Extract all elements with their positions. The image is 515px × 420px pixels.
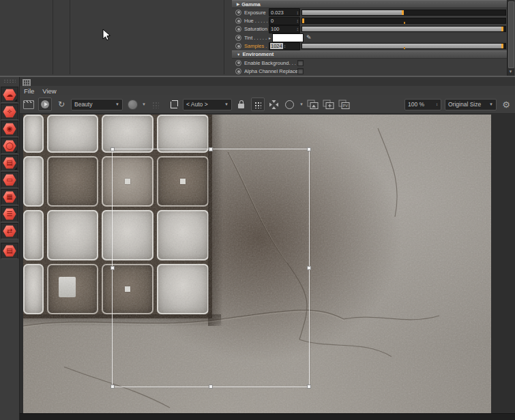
submenu-corner-icon: [14, 150, 17, 153]
render-pass-select[interactable]: Beauty ▼: [71, 99, 123, 110]
circle-tool-button[interactable]: [284, 98, 296, 110]
tint-color-swatch[interactable]: [272, 33, 304, 42]
submenu-corner-icon: [14, 167, 17, 170]
saturation-value-field[interactable]: 100↕: [269, 25, 300, 33]
stacked-image-icon: [307, 100, 319, 110]
keyframe-circle-icon[interactable]: [235, 68, 241, 74]
param-row-enable-background: Enable Background. . . .: [232, 59, 507, 67]
slider-cap[interactable]: [501, 27, 503, 31]
empty-pane-main: [70, 0, 224, 74]
value-stepper-icon[interactable]: ↕: [297, 18, 300, 23]
marquee-handle[interactable]: [111, 147, 115, 151]
keyframe-circle-icon[interactable]: [235, 60, 241, 66]
hue-value: 0: [269, 18, 297, 24]
collapse-arrow-icon[interactable]: ▶: [237, 2, 239, 6]
palette-list-button[interactable]: ☰: [1, 206, 18, 222]
window-titlebar[interactable]: [20, 77, 515, 87]
palette-hdri-button[interactable]: ▦: [1, 189, 18, 205]
slider-cap[interactable]: [302, 18, 304, 23]
value-stepper-icon[interactable]: ↕: [297, 27, 300, 31]
samples-value-field[interactable]: 1024↕: [269, 42, 300, 50]
region-preset-select[interactable]: < Auto > ▼: [183, 99, 232, 110]
section-header-environment[interactable]: ▼ Environment: [232, 50, 507, 59]
scrollbar-down-arrow-icon[interactable]: ▼: [507, 69, 514, 75]
expand-arrow-icon[interactable]: ▸: [269, 35, 271, 40]
zoom-stepper-icon[interactable]: ↕: [436, 102, 438, 106]
color-profile-button[interactable]: [126, 98, 138, 110]
marquee-handle[interactable]: [209, 147, 213, 151]
parameter-list: ▶ Gamma Exposure0.023↕Hue . . . . .0↕Sat…: [232, 0, 507, 76]
keyframe-circle-icon[interactable]: [235, 26, 241, 32]
value-stepper-icon[interactable]: ↕: [297, 10, 300, 15]
rendered-image: [23, 115, 491, 413]
grid-view-button[interactable]: [251, 97, 265, 111]
display-icon: ▭: [3, 174, 16, 186]
marquee-handle[interactable]: [209, 385, 213, 389]
exposure-slider[interactable]: [301, 10, 506, 16]
chevron-down-icon[interactable]: ▼: [299, 102, 304, 106]
alpha-channel-replace-checkbox[interactable]: [297, 68, 304, 74]
menu-view[interactable]: View: [42, 87, 56, 95]
lock-button[interactable]: [235, 98, 248, 110]
saturation-slider[interactable]: [301, 26, 506, 32]
marquee-handle[interactable]: [111, 385, 115, 389]
refresh-button[interactable]: ↻: [55, 98, 68, 110]
samples-label: Samples .: [244, 43, 269, 49]
selection-marquee[interactable]: [112, 149, 310, 387]
attribute-panel: ▶ Gamma Exposure0.023↕Hue . . . . .0↕Sat…: [0, 0, 515, 77]
menu-file[interactable]: File: [24, 87, 34, 95]
exposure-value-field[interactable]: 0.023↕: [269, 8, 300, 16]
param-row-tint: Tint . . . . .▸✎: [232, 33, 507, 42]
color-profile-icon: [128, 100, 138, 110]
crop-icon: [170, 101, 177, 108]
enable-background-checkbox[interactable]: [297, 60, 304, 66]
screen: { "attribute_panel": { "sections": [ {"t…: [0, 0, 515, 420]
palette-drag-grip[interactable]: [3, 79, 16, 83]
pixel-grid-button[interactable]: [149, 98, 162, 110]
image-layers-button[interactable]: [307, 98, 319, 110]
chevron-down-icon[interactable]: ▼: [142, 102, 146, 106]
palette-lens-button[interactable]: ◯: [1, 138, 18, 154]
section-header-gamma[interactable]: ▶ Gamma: [232, 0, 507, 8]
pv-layers-button[interactable]: PV: [338, 98, 351, 110]
circle-icon: [285, 100, 294, 109]
param-row-exposure: Exposure0.023↕: [232, 8, 507, 16]
fit-view-button[interactable]: [268, 98, 280, 110]
film-slate-button[interactable]: [23, 98, 35, 110]
marquee-handle[interactable]: [307, 266, 311, 270]
add-layer-button[interactable]: [323, 98, 335, 110]
palette-cloud-button[interactable]: ☁: [1, 87, 18, 103]
menu-bar: File View: [20, 86, 515, 95]
collapse-arrow-icon[interactable]: ▼: [237, 52, 240, 57]
keyframe-circle-icon[interactable]: [235, 18, 241, 24]
play-button[interactable]: [38, 97, 52, 111]
keyframe-circle-icon[interactable]: [235, 35, 241, 41]
settings-button[interactable]: ⚙: [500, 98, 512, 110]
zoom-percent-input[interactable]: 100 % ↕: [404, 99, 441, 110]
eyedropper-icon[interactable]: ✎: [306, 34, 312, 41]
keyframe-circle-icon[interactable]: [235, 43, 241, 49]
display-size-select[interactable]: Original Size ▼: [445, 99, 497, 110]
palette-layers-button[interactable]: ▤: [1, 155, 18, 171]
slider-cap[interactable]: [501, 44, 503, 48]
hue-slider[interactable]: [301, 18, 506, 24]
palette-link-button[interactable]: ⇄: [1, 223, 18, 239]
crop-region-button[interactable]: [167, 98, 179, 110]
palette-display-button[interactable]: ▭: [1, 172, 18, 188]
palette-light-button[interactable]: ✧: [1, 104, 18, 120]
marquee-handle[interactable]: [111, 266, 115, 270]
scrollbar-thumb[interactable]: [508, 1, 514, 68]
palette-camera-button[interactable]: ◉: [1, 121, 18, 137]
marquee-handle[interactable]: [307, 147, 311, 151]
render-viewport: [20, 114, 515, 420]
samples-slider[interactable]: [301, 43, 506, 49]
marquee-handle[interactable]: [307, 385, 311, 389]
keyframe-circle-icon[interactable]: [235, 10, 241, 16]
panel-scrollbar[interactable]: ▼: [507, 0, 514, 76]
window-bottom-bar: [20, 413, 515, 420]
param-row-hue: Hue . . . . .0↕: [232, 16, 507, 25]
hue-value-field[interactable]: 0↕: [269, 17, 300, 25]
palette-layers-2-button[interactable]: ▤: [1, 243, 18, 259]
value-stepper-icon[interactable]: ↕: [284, 44, 287, 48]
slider-cap[interactable]: [402, 10, 404, 15]
